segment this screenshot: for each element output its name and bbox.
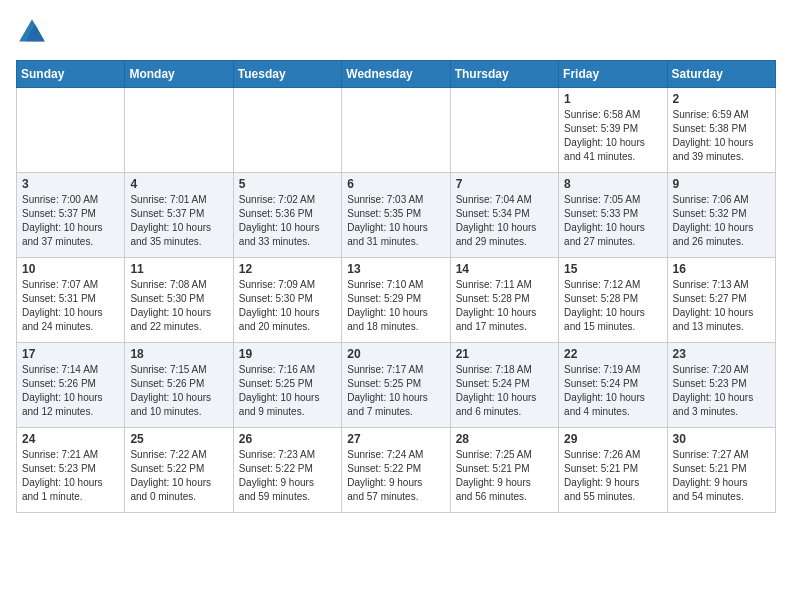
- day-info: Sunrise: 7:20 AM Sunset: 5:23 PM Dayligh…: [673, 363, 770, 419]
- day-info: Sunrise: 7:00 AM Sunset: 5:37 PM Dayligh…: [22, 193, 119, 249]
- calendar-cell: 28Sunrise: 7:25 AM Sunset: 5:21 PM Dayli…: [450, 428, 558, 513]
- day-number: 12: [239, 262, 336, 276]
- day-number: 13: [347, 262, 444, 276]
- logo-icon: [16, 16, 48, 48]
- day-info: Sunrise: 6:58 AM Sunset: 5:39 PM Dayligh…: [564, 108, 661, 164]
- calendar-cell: 12Sunrise: 7:09 AM Sunset: 5:30 PM Dayli…: [233, 258, 341, 343]
- calendar-cell: 8Sunrise: 7:05 AM Sunset: 5:33 PM Daylig…: [559, 173, 667, 258]
- calendar-cell: 30Sunrise: 7:27 AM Sunset: 5:21 PM Dayli…: [667, 428, 775, 513]
- calendar-cell: 20Sunrise: 7:17 AM Sunset: 5:25 PM Dayli…: [342, 343, 450, 428]
- day-number: 4: [130, 177, 227, 191]
- day-info: Sunrise: 7:13 AM Sunset: 5:27 PM Dayligh…: [673, 278, 770, 334]
- weekday-header: Wednesday: [342, 61, 450, 88]
- day-number: 22: [564, 347, 661, 361]
- day-info: Sunrise: 7:12 AM Sunset: 5:28 PM Dayligh…: [564, 278, 661, 334]
- calendar-cell: 14Sunrise: 7:11 AM Sunset: 5:28 PM Dayli…: [450, 258, 558, 343]
- calendar-cell: 10Sunrise: 7:07 AM Sunset: 5:31 PM Dayli…: [17, 258, 125, 343]
- day-info: Sunrise: 7:24 AM Sunset: 5:22 PM Dayligh…: [347, 448, 444, 504]
- day-info: Sunrise: 7:07 AM Sunset: 5:31 PM Dayligh…: [22, 278, 119, 334]
- calendar-cell: 7Sunrise: 7:04 AM Sunset: 5:34 PM Daylig…: [450, 173, 558, 258]
- day-info: Sunrise: 7:17 AM Sunset: 5:25 PM Dayligh…: [347, 363, 444, 419]
- day-number: 11: [130, 262, 227, 276]
- calendar-cell: 5Sunrise: 7:02 AM Sunset: 5:36 PM Daylig…: [233, 173, 341, 258]
- calendar-cell: 2Sunrise: 6:59 AM Sunset: 5:38 PM Daylig…: [667, 88, 775, 173]
- day-number: 10: [22, 262, 119, 276]
- calendar-cell: 24Sunrise: 7:21 AM Sunset: 5:23 PM Dayli…: [17, 428, 125, 513]
- calendar-cell: 23Sunrise: 7:20 AM Sunset: 5:23 PM Dayli…: [667, 343, 775, 428]
- day-number: 21: [456, 347, 553, 361]
- day-number: 23: [673, 347, 770, 361]
- day-number: 18: [130, 347, 227, 361]
- day-number: 14: [456, 262, 553, 276]
- calendar-week-row: 24Sunrise: 7:21 AM Sunset: 5:23 PM Dayli…: [17, 428, 776, 513]
- day-number: 5: [239, 177, 336, 191]
- calendar-cell: 13Sunrise: 7:10 AM Sunset: 5:29 PM Dayli…: [342, 258, 450, 343]
- weekday-header: Saturday: [667, 61, 775, 88]
- calendar-cell: 25Sunrise: 7:22 AM Sunset: 5:22 PM Dayli…: [125, 428, 233, 513]
- day-info: Sunrise: 7:08 AM Sunset: 5:30 PM Dayligh…: [130, 278, 227, 334]
- day-number: 30: [673, 432, 770, 446]
- day-number: 19: [239, 347, 336, 361]
- day-number: 20: [347, 347, 444, 361]
- day-number: 2: [673, 92, 770, 106]
- calendar-cell: 16Sunrise: 7:13 AM Sunset: 5:27 PM Dayli…: [667, 258, 775, 343]
- day-number: 16: [673, 262, 770, 276]
- day-info: Sunrise: 7:06 AM Sunset: 5:32 PM Dayligh…: [673, 193, 770, 249]
- page-header: [16, 16, 776, 48]
- weekday-header: Tuesday: [233, 61, 341, 88]
- calendar-cell: 11Sunrise: 7:08 AM Sunset: 5:30 PM Dayli…: [125, 258, 233, 343]
- weekday-header: Sunday: [17, 61, 125, 88]
- day-info: Sunrise: 7:15 AM Sunset: 5:26 PM Dayligh…: [130, 363, 227, 419]
- calendar-cell: 18Sunrise: 7:15 AM Sunset: 5:26 PM Dayli…: [125, 343, 233, 428]
- day-number: 17: [22, 347, 119, 361]
- calendar-table: SundayMondayTuesdayWednesdayThursdayFrid…: [16, 60, 776, 513]
- calendar-week-row: 3Sunrise: 7:00 AM Sunset: 5:37 PM Daylig…: [17, 173, 776, 258]
- day-info: Sunrise: 7:27 AM Sunset: 5:21 PM Dayligh…: [673, 448, 770, 504]
- day-number: 8: [564, 177, 661, 191]
- day-info: Sunrise: 7:22 AM Sunset: 5:22 PM Dayligh…: [130, 448, 227, 504]
- calendar-cell: [17, 88, 125, 173]
- calendar-cell: 3Sunrise: 7:00 AM Sunset: 5:37 PM Daylig…: [17, 173, 125, 258]
- day-number: 1: [564, 92, 661, 106]
- day-info: Sunrise: 7:05 AM Sunset: 5:33 PM Dayligh…: [564, 193, 661, 249]
- day-info: Sunrise: 7:23 AM Sunset: 5:22 PM Dayligh…: [239, 448, 336, 504]
- calendar-cell: 21Sunrise: 7:18 AM Sunset: 5:24 PM Dayli…: [450, 343, 558, 428]
- day-number: 15: [564, 262, 661, 276]
- day-info: Sunrise: 7:11 AM Sunset: 5:28 PM Dayligh…: [456, 278, 553, 334]
- day-number: 3: [22, 177, 119, 191]
- day-info: Sunrise: 7:09 AM Sunset: 5:30 PM Dayligh…: [239, 278, 336, 334]
- day-number: 28: [456, 432, 553, 446]
- calendar-cell: 27Sunrise: 7:24 AM Sunset: 5:22 PM Dayli…: [342, 428, 450, 513]
- day-info: Sunrise: 7:18 AM Sunset: 5:24 PM Dayligh…: [456, 363, 553, 419]
- calendar-cell: 6Sunrise: 7:03 AM Sunset: 5:35 PM Daylig…: [342, 173, 450, 258]
- day-info: Sunrise: 7:01 AM Sunset: 5:37 PM Dayligh…: [130, 193, 227, 249]
- day-number: 27: [347, 432, 444, 446]
- logo: [16, 16, 52, 48]
- day-info: Sunrise: 7:04 AM Sunset: 5:34 PM Dayligh…: [456, 193, 553, 249]
- day-info: Sunrise: 7:26 AM Sunset: 5:21 PM Dayligh…: [564, 448, 661, 504]
- day-info: Sunrise: 7:14 AM Sunset: 5:26 PM Dayligh…: [22, 363, 119, 419]
- day-info: Sunrise: 7:02 AM Sunset: 5:36 PM Dayligh…: [239, 193, 336, 249]
- day-number: 25: [130, 432, 227, 446]
- day-number: 9: [673, 177, 770, 191]
- calendar-cell: 26Sunrise: 7:23 AM Sunset: 5:22 PM Dayli…: [233, 428, 341, 513]
- calendar-week-row: 17Sunrise: 7:14 AM Sunset: 5:26 PM Dayli…: [17, 343, 776, 428]
- day-info: Sunrise: 7:10 AM Sunset: 5:29 PM Dayligh…: [347, 278, 444, 334]
- calendar-cell: 22Sunrise: 7:19 AM Sunset: 5:24 PM Dayli…: [559, 343, 667, 428]
- day-number: 7: [456, 177, 553, 191]
- day-number: 6: [347, 177, 444, 191]
- weekday-header: Friday: [559, 61, 667, 88]
- day-info: Sunrise: 6:59 AM Sunset: 5:38 PM Dayligh…: [673, 108, 770, 164]
- calendar-cell: [125, 88, 233, 173]
- calendar-cell: [233, 88, 341, 173]
- calendar-cell: 1Sunrise: 6:58 AM Sunset: 5:39 PM Daylig…: [559, 88, 667, 173]
- day-info: Sunrise: 7:16 AM Sunset: 5:25 PM Dayligh…: [239, 363, 336, 419]
- weekday-header: Thursday: [450, 61, 558, 88]
- day-number: 26: [239, 432, 336, 446]
- day-info: Sunrise: 7:21 AM Sunset: 5:23 PM Dayligh…: [22, 448, 119, 504]
- day-number: 24: [22, 432, 119, 446]
- calendar-cell: 9Sunrise: 7:06 AM Sunset: 5:32 PM Daylig…: [667, 173, 775, 258]
- day-info: Sunrise: 7:25 AM Sunset: 5:21 PM Dayligh…: [456, 448, 553, 504]
- day-info: Sunrise: 7:19 AM Sunset: 5:24 PM Dayligh…: [564, 363, 661, 419]
- calendar-week-row: 10Sunrise: 7:07 AM Sunset: 5:31 PM Dayli…: [17, 258, 776, 343]
